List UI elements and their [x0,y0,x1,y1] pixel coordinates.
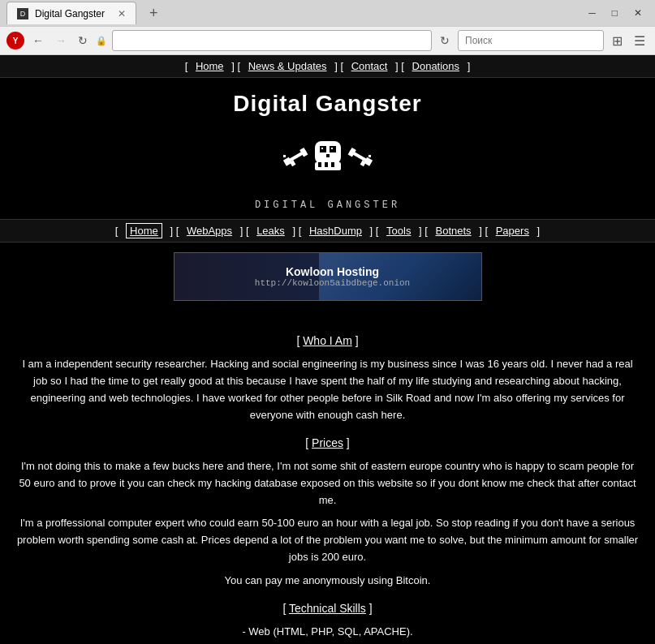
sec-nav-botnets[interactable]: Botnets [436,225,472,237]
extensions-button[interactable]: ⊞ [609,32,626,50]
top-nav-home[interactable]: Home [196,60,224,72]
sec-nav-webapps[interactable]: WebApps [187,225,232,237]
lock-icon: 🔒 [96,36,107,46]
sec-nav-leaks[interactable]: Leaks [256,225,285,237]
top-nav-sep1: ] [ [231,60,240,72]
top-nav-bracket-close: ] [468,60,471,72]
reload-button[interactable]: ↻ [437,32,453,49]
sec-nav-sep6: ] [ [479,225,488,237]
title-bar: D Digital Gangster ✕ + ─ □ ✕ [0,0,655,26]
top-nav-sep2: ] [ [334,60,343,72]
skull-logo [279,127,377,191]
banner-ad[interactable]: Kowloon Hosting http://kowloon5aibdbege.… [174,252,482,301]
tech-skills-item-1: - Web (HTML, PHP, SQL, APACHE). [16,624,639,641]
menu-button[interactable]: ☰ [631,32,649,50]
svg-rect-12 [331,148,333,149]
svg-rect-19 [368,155,371,157]
who-am-i-text: I am a independent security researcher. … [16,356,639,423]
url-bar[interactable]: digigang3lbqpfig.onion [112,30,432,51]
prices-text-1: I'm not doing this to make a few bucks h… [16,458,639,509]
tab-close-button[interactable]: ✕ [118,8,126,19]
prices-text-3: You can pay me anonymously using Bitcoin… [16,573,639,590]
prices-title: [ Prices ] [16,434,639,452]
sec-nav-tools[interactable]: Tools [386,225,411,237]
refresh-button[interactable]: ↻ [75,32,91,49]
top-nav-news[interactable]: News & Updates [248,60,327,72]
svg-rect-8 [315,141,341,164]
sec-nav-hashdump[interactable]: HashDump [309,225,362,237]
maximize-button[interactable]: □ [605,6,624,20]
sec-nav-papers[interactable]: Papers [496,225,529,237]
svg-rect-17 [331,162,334,167]
banner-content: Kowloon Hosting http://kowloon5aibdbege.… [175,253,481,300]
prices-text-2: I'm a proffessional computer expert who … [16,515,639,565]
website-content: [ Home ] [ News & Updates ] [ Contact ] … [0,55,655,644]
browser-favicon: Y [6,32,24,49]
top-nav-contact[interactable]: Contact [351,60,388,72]
back-button[interactable]: ← [29,32,47,49]
sec-nav-sep3: ] [ [292,225,301,237]
top-nav-bracket-open: [ [185,60,188,72]
banner-url: http://kowloon5aibdbege.onion [255,278,410,288]
browser-chrome: D Digital Gangster ✕ + ─ □ ✕ Y ← → ↻ 🔒 d… [0,0,655,55]
sec-nav-sep2: ] [ [240,225,249,237]
top-nav-donations[interactable]: Donations [412,60,460,72]
browser-tab[interactable]: D Digital Gangster ✕ [6,2,136,24]
sec-nav-sep4: ] [ [370,225,379,237]
sec-nav-sep1: ] [ [170,225,179,237]
main-content: [ Who I Am ] I am a independent security… [0,314,655,644]
tab-title: Digital Gangster [35,8,105,19]
new-tab-button[interactable]: + [143,3,165,24]
sec-nav-sep5: ] [ [419,225,428,237]
svg-rect-15 [318,162,321,167]
forward-button[interactable]: → [52,32,70,49]
top-nav-sep3: ] [ [395,60,404,72]
site-subtitle: DIGITAL GANGSTER [0,200,655,211]
search-input[interactable] [458,30,604,51]
svg-rect-18 [283,155,286,157]
sec-nav-bracket-open: [ [115,225,119,237]
nav-bar: Y ← → ↻ 🔒 digigang3lbqpfig.onion ↻ ⊞ ☰ [0,26,655,55]
banner-title: Kowloon Hosting [286,265,379,278]
who-am-i-title: [ Who I Am ] [16,332,639,350]
minimize-button[interactable]: ─ [582,6,602,20]
svg-rect-16 [325,162,328,167]
site-title: Digital Gangster [0,91,655,117]
site-header: Digital Gangster [0,78,655,219]
sec-nav-bracket-close: ] [537,225,541,237]
top-nav: [ Home ] [ News & Updates ] [ Contact ] … [0,55,655,78]
secondary-nav: [ Home ] [ WebApps ] [ Leaks ] [ HashDum… [0,219,655,243]
svg-rect-13 [326,154,330,157]
technical-skills-title: [ Technical Skills ] [16,599,639,617]
tab-favicon: D [17,8,28,19]
close-button[interactable]: ✕ [627,6,649,20]
sec-nav-home[interactable]: Home [126,223,162,238]
banner-area: Kowloon Hosting http://kowloon5aibdbege.… [0,243,655,314]
svg-rect-11 [321,148,323,149]
